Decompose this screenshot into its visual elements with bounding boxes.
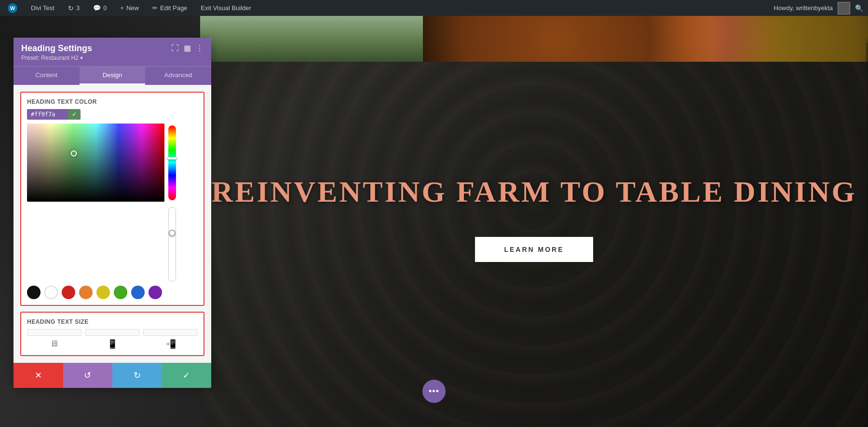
save-button[interactable]: ✓: [162, 363, 212, 388]
check-icon: ✓: [72, 111, 77, 118]
scroll-thumb: [866, 42, 868, 62]
alpha-slider[interactable]: [168, 207, 176, 282]
panel-preset: Preset: Restaurant H2 ▾: [21, 55, 92, 61]
swatch-black[interactable]: [27, 286, 41, 299]
color-confirm-button[interactable]: ✓: [68, 109, 81, 120]
swatch-blue[interactable]: [131, 286, 145, 299]
pencil-icon: ✏: [152, 4, 158, 12]
wp-logo-item[interactable]: W: [5, 0, 20, 16]
hero-content: REINVENTING FARM TO TABLE DINING LEARN M…: [200, 175, 868, 262]
hue-slider-thumb: [167, 157, 177, 160]
undo-button[interactable]: ↺: [63, 363, 113, 388]
hue-slider[interactable]: [168, 125, 176, 200]
site-name-item[interactable]: Divi Test: [28, 0, 57, 16]
text-size-section: Heading Text Size 🖥 📱 📲: [20, 312, 204, 356]
more-options-icon[interactable]: ⋮: [196, 43, 203, 53]
swatch-white[interactable]: [44, 286, 58, 299]
color-picker-wrapper: [27, 124, 198, 282]
desktop-size-group: 🖥: [27, 329, 81, 349]
color-picker-gradient[interactable]: [27, 124, 164, 202]
panel-body: Heading Text Color ✓: [14, 85, 211, 363]
tab-advanced[interactable]: Advanced: [145, 67, 211, 85]
color-input-row: ✓: [27, 109, 198, 120]
panel-tabs: Content Design Advanced: [14, 66, 211, 85]
text-size-label: Heading Text Size: [27, 318, 198, 325]
exit-builder-item[interactable]: Exit Visual Builder: [198, 0, 254, 16]
redo-button[interactable]: ↻: [112, 363, 162, 388]
color-section-label: Heading Text Color: [27, 98, 198, 105]
hero-heading: REINVENTING FARM TO TABLE DINING: [211, 175, 856, 208]
tablet-size-group: 📱: [85, 329, 140, 349]
revisions-count: 3: [76, 4, 80, 12]
admin-bar-right: Howdy, writtenbyekta 🔍: [773, 2, 863, 14]
tablet-size-input[interactable]: [85, 329, 140, 336]
panel-header: Heading Settings Preset: Restaurant H2 ▾…: [14, 38, 211, 66]
panel-title: Heading Settings: [21, 43, 92, 54]
tablet-icon: 📱: [107, 339, 118, 349]
mobile-icon: 📲: [165, 339, 176, 349]
cancel-icon: ✕: [35, 370, 42, 381]
comments-item[interactable]: 💬 0: [90, 0, 109, 16]
swatch-green[interactable]: [114, 286, 127, 299]
top-image-right: [423, 16, 868, 62]
swatch-red[interactable]: [62, 286, 75, 299]
new-label: New: [126, 4, 139, 12]
action-bar: ✕ ↺ ↻ ✓: [14, 363, 211, 388]
site-name: Divi Test: [31, 4, 54, 12]
size-inputs-row: 🖥 📱 📲: [27, 329, 198, 349]
new-item[interactable]: + New: [117, 0, 142, 16]
revisions-item[interactable]: ↻ 3: [65, 0, 82, 16]
hex-color-input[interactable]: [27, 109, 68, 120]
learn-more-button[interactable]: LEARN MORE: [475, 237, 593, 262]
top-images-strip: [200, 16, 868, 62]
color-sliders: [168, 124, 176, 282]
swatch-purple[interactable]: [149, 286, 162, 299]
page-area: REINVENTING FARM TO TABLE DINING LEARN M…: [0, 16, 868, 427]
howdy-text: Howdy, writtenbyekta: [773, 4, 833, 12]
undo-icon: ↺: [84, 370, 91, 381]
chevron-down-icon: ▾: [80, 55, 83, 61]
tab-design[interactable]: Design: [80, 67, 146, 85]
avatar[interactable]: [838, 2, 850, 14]
swatch-orange[interactable]: [79, 286, 93, 299]
admin-bar: W Divi Test ↻ 3 💬 0 + New ✏ Edit Page Ex…: [0, 0, 868, 16]
scroll-indicator: [866, 38, 868, 427]
panel-title-group: Heading Settings Preset: Restaurant H2 ▾: [21, 43, 92, 61]
panel-header-icons: ⛶ ▦ ⋮: [171, 43, 203, 53]
dots-icon: •••: [429, 386, 439, 397]
save-icon: ✓: [183, 370, 190, 381]
swatch-yellow[interactable]: [96, 286, 110, 299]
heading-settings-panel: Heading Settings Preset: Restaurant H2 ▾…: [14, 38, 211, 388]
cancel-button[interactable]: ✕: [14, 363, 63, 388]
plus-icon: +: [120, 4, 124, 12]
mobile-size-input[interactable]: [143, 329, 198, 336]
desktop-icon: 🖥: [50, 339, 58, 349]
floating-menu-button[interactable]: •••: [422, 380, 446, 403]
edit-page-label: Edit Page: [160, 4, 187, 12]
desktop-size-input[interactable]: [27, 329, 81, 336]
color-section: Heading Text Color ✓: [20, 92, 204, 306]
tab-content[interactable]: Content: [14, 67, 80, 85]
fullscreen-icon[interactable]: ⛶: [171, 44, 179, 53]
exit-builder-label: Exit Visual Builder: [201, 4, 251, 12]
top-image-left: [200, 16, 423, 62]
edit-page-item[interactable]: ✏ Edit Page: [149, 0, 190, 16]
search-icon[interactable]: 🔍: [855, 4, 863, 12]
color-swatches: [27, 286, 198, 299]
comments-count: 0: [103, 4, 107, 12]
revisions-icon: ↻: [68, 4, 74, 12]
redo-icon: ↻: [134, 370, 141, 381]
columns-icon[interactable]: ▦: [184, 43, 191, 53]
comments-icon: 💬: [93, 4, 101, 12]
wp-logo-icon: W: [8, 3, 17, 13]
alpha-slider-thumb: [169, 230, 176, 236]
mobile-size-group: 📲: [143, 329, 198, 349]
